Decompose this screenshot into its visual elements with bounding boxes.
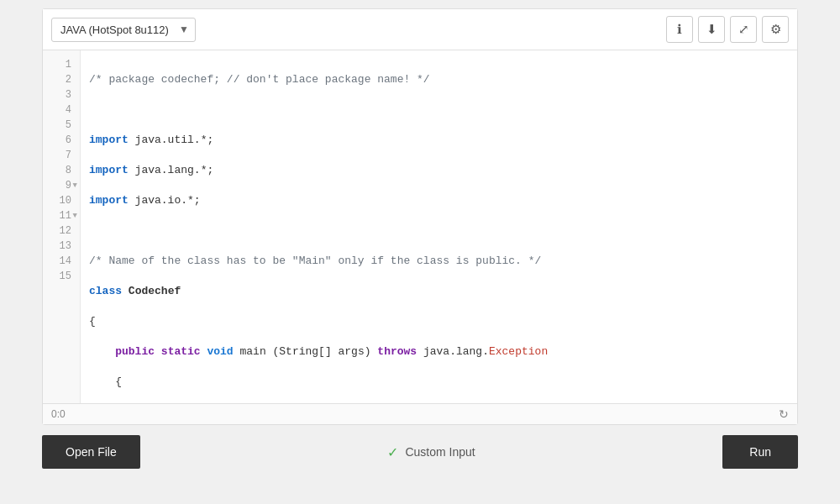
- line-num-11: 11▼: [43, 208, 80, 223]
- cursor-position: 0:0: [51, 408, 66, 420]
- download-icon: ⬇: [706, 22, 717, 37]
- line-num-7: 7: [43, 148, 80, 163]
- info-icon: ℹ: [677, 22, 682, 37]
- line-num-4: 4: [43, 102, 80, 118]
- info-button[interactable]: ℹ: [666, 16, 693, 43]
- run-button[interactable]: Run: [722, 435, 798, 469]
- expand-button[interactable]: ⤢: [730, 16, 757, 43]
- code-content[interactable]: /* package codechef; // don't place pack…: [81, 50, 797, 403]
- code-line-10: public static void main (String[] args) …: [89, 344, 789, 360]
- line-num-6: 6: [43, 133, 80, 148]
- line-num-9: 9▼: [43, 178, 80, 193]
- custom-input-label: Custom Input: [405, 445, 475, 459]
- line-num-15: 15: [43, 269, 80, 284]
- settings-button[interactable]: ⚙: [762, 16, 789, 43]
- code-line-2: [89, 102, 789, 118]
- code-line-3: import java.util.*;: [89, 133, 789, 148]
- toolbar: JAVA (HotSpot 8u112) C++ Python 3 C ▼ ℹ …: [43, 9, 797, 50]
- line-num-5: 5: [43, 118, 80, 133]
- line-num-14: 14: [43, 254, 80, 269]
- code-line-8: class Codechef: [89, 284, 789, 299]
- status-bar: 0:0 ↻: [43, 403, 797, 424]
- code-line-9: {: [89, 314, 789, 329]
- language-select[interactable]: JAVA (HotSpot 8u112) C++ Python 3 C: [51, 18, 196, 42]
- line-num-10: 10: [43, 193, 80, 208]
- code-line-6: [89, 223, 789, 239]
- code-line-4: import java.lang.*;: [89, 163, 789, 178]
- download-button[interactable]: ⬇: [698, 16, 725, 43]
- editor-container: JAVA (HotSpot 8u112) C++ Python 3 C ▼ ℹ …: [42, 8, 798, 425]
- custom-input-area: ✓ Custom Input: [387, 444, 475, 460]
- code-line-5: import java.io.*;: [89, 193, 789, 208]
- language-selector-wrapper[interactable]: JAVA (HotSpot 8u112) C++ Python 3 C ▼: [51, 18, 196, 42]
- line-num-12: 12: [43, 223, 80, 239]
- line-num-8: 8: [43, 163, 80, 178]
- bottom-bar: Open File ✓ Custom Input Run: [42, 435, 798, 469]
- checkmark-icon: ✓: [387, 444, 398, 460]
- toolbar-icons: ℹ ⬇ ⤢ ⚙: [666, 16, 789, 43]
- code-editor[interactable]: 1 2 3 4 5 6 7 8 9▼ 10 11▼ 12 13 14 15 /*…: [43, 50, 797, 403]
- expand-icon: ⤢: [738, 22, 749, 37]
- code-line-11: {: [89, 375, 789, 390]
- settings-icon: ⚙: [770, 22, 781, 37]
- line-num-13: 13: [43, 239, 80, 254]
- open-file-button[interactable]: Open File: [42, 435, 140, 469]
- refresh-icon[interactable]: ↻: [779, 407, 789, 421]
- line-num-3: 3: [43, 87, 80, 102]
- code-line-1: /* package codechef; // don't place pack…: [89, 72, 789, 87]
- code-line-7: /* Name of the class has to be "Main" on…: [89, 254, 789, 269]
- line-num-1: 1: [43, 57, 80, 72]
- line-num-2: 2: [43, 72, 80, 87]
- line-numbers: 1 2 3 4 5 6 7 8 9▼ 10 11▼ 12 13 14 15: [43, 50, 81, 403]
